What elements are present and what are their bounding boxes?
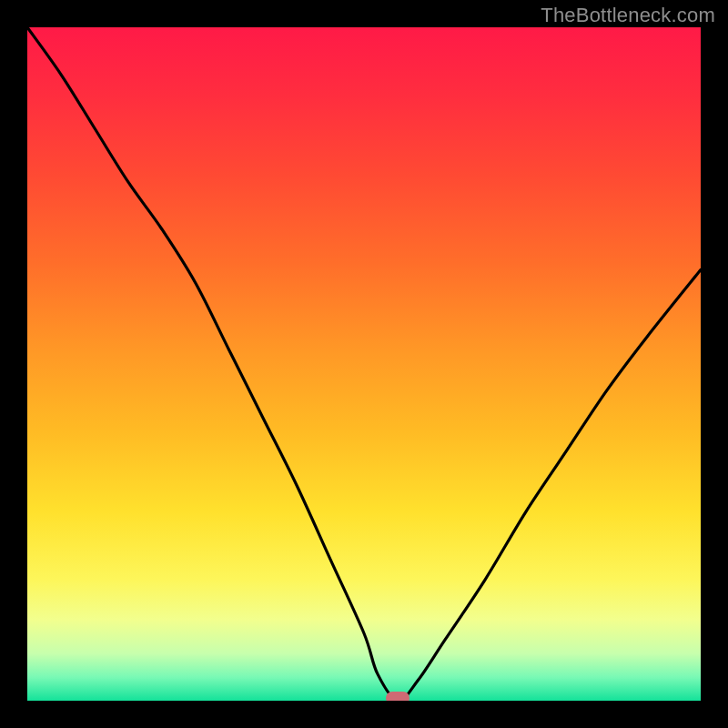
watermark-text: TheBottleneck.com xyxy=(541,4,715,27)
minimum-marker xyxy=(386,692,410,701)
gradient-background xyxy=(27,27,701,701)
plot-svg xyxy=(27,27,701,701)
plot-area xyxy=(27,27,701,701)
chart-frame: TheBottleneck.com xyxy=(0,0,728,728)
